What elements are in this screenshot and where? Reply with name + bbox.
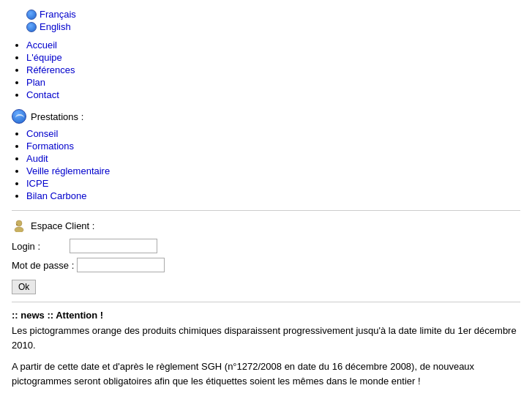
svg-point-1 xyxy=(15,227,23,232)
espace-client-header: Espace Client : xyxy=(12,218,520,233)
nav-link-plan[interactable]: Plan xyxy=(26,77,45,88)
nav-item-equipe: L'équipe xyxy=(26,52,520,63)
news-section: :: news :: Attention ! Les pictogrammes … xyxy=(12,310,520,388)
prestations-link-icpe[interactable]: ICPE xyxy=(26,178,48,189)
user-icon xyxy=(12,218,26,233)
prestations-item-veille: Veille réglementaire xyxy=(26,165,520,176)
prestations-link-formations[interactable]: Formations xyxy=(26,141,74,152)
prestations-item-audit: Audit xyxy=(26,153,520,164)
prestations-item-formations: Formations xyxy=(26,141,520,152)
news-title-bold: Attention ! xyxy=(53,310,103,321)
ok-button[interactable]: Ok xyxy=(12,280,36,294)
nav-link-equipe[interactable]: L'équipe xyxy=(26,52,62,63)
lang-item-english: English xyxy=(26,21,520,32)
prestations-item-icpe: ICPE xyxy=(26,178,520,189)
password-row: Mot de passe : xyxy=(12,258,520,272)
nav-item-contact: Contact xyxy=(26,89,520,100)
divider-top xyxy=(12,210,520,211)
prestations-item-conseil: Conseil xyxy=(26,128,520,139)
globe-icon-fr xyxy=(26,10,37,20)
password-label: Mot de passe : xyxy=(12,260,74,271)
prestations-icon xyxy=(12,109,26,124)
globe-icon-en xyxy=(26,22,37,32)
news-prefix: :: news :: xyxy=(12,310,53,321)
divider-bottom xyxy=(12,302,520,302)
nav-link-contact[interactable]: Contact xyxy=(26,89,59,100)
prestations-section: Prestations : Conseil Formations Audit V… xyxy=(12,109,520,201)
espace-client-section: Espace Client : Login : Mot de passe : O… xyxy=(12,218,520,294)
lang-link-english[interactable]: English xyxy=(40,21,71,32)
login-label: Login : xyxy=(12,241,67,252)
password-input[interactable] xyxy=(77,258,165,272)
news-paragraph2: A partir de cette date et d'après le règ… xyxy=(12,359,520,388)
prestations-link-bilan[interactable]: Bilan Carbone xyxy=(26,190,86,201)
language-section: Français English xyxy=(12,9,520,32)
prestations-link-veille[interactable]: Veille réglementaire xyxy=(26,165,110,176)
prestations-link-conseil[interactable]: Conseil xyxy=(26,128,58,139)
prestations-header: Prestations : xyxy=(12,109,520,124)
svg-point-2 xyxy=(16,224,18,225)
nav-item-plan: Plan xyxy=(26,77,520,88)
nav-section: Accueil L'équipe Références Plan Contact xyxy=(12,40,520,100)
news-title: :: news :: Attention ! xyxy=(12,310,520,321)
nav-item-references: Références xyxy=(26,64,520,75)
lang-link-francais[interactable]: Français xyxy=(40,9,76,20)
main-container: Français English Accueil L'équipe Référe… xyxy=(0,0,532,399)
espace-client-title: Espace Client : xyxy=(31,220,94,231)
lang-item-francais: Français xyxy=(26,9,520,20)
prestations-item-bilan: Bilan Carbone xyxy=(26,190,520,201)
prestations-link-audit[interactable]: Audit xyxy=(26,153,48,164)
prestations-title: Prestations : xyxy=(31,111,83,122)
nav-link-references[interactable]: Références xyxy=(26,64,75,75)
login-input[interactable] xyxy=(70,239,157,253)
login-row: Login : xyxy=(12,239,520,253)
nav-link-accueil[interactable]: Accueil xyxy=(26,40,57,51)
nav-item-accueil: Accueil xyxy=(26,40,520,51)
news-paragraph1: Les pictogrammes orange des produits chi… xyxy=(12,324,520,352)
